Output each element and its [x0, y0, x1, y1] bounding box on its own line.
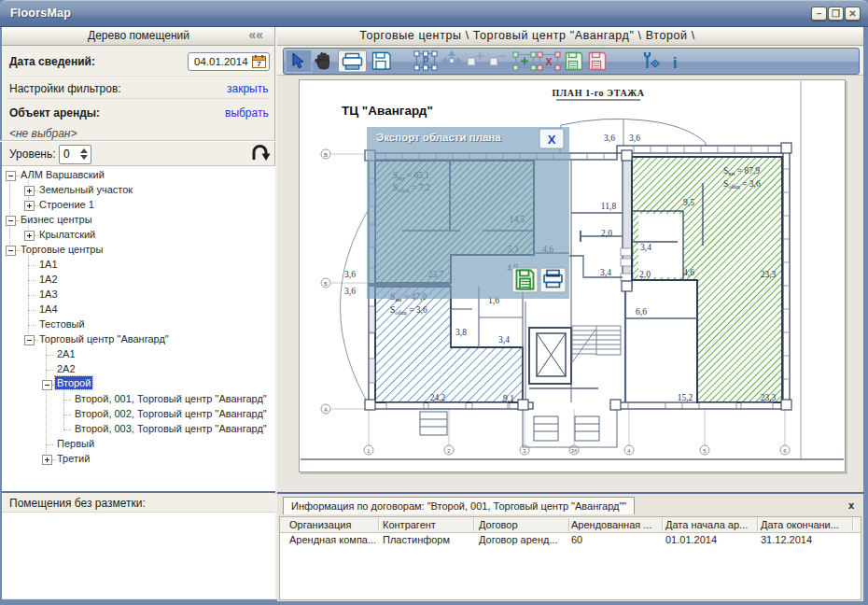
svg-text:3,8: 3,8 — [455, 328, 467, 337]
svg-text:В: В — [324, 152, 328, 158]
svg-text:Б: Б — [324, 281, 328, 287]
svg-text:7: 7 — [257, 60, 261, 68]
svg-text:9,1: 9,1 — [503, 394, 514, 403]
svg-text:А: А — [324, 407, 328, 413]
svg-text:6,6: 6,6 — [636, 307, 647, 317]
svg-text:3,4: 3,4 — [600, 268, 611, 277]
svg-text:2,0: 2,0 — [639, 270, 651, 279]
svg-text:ПЛАН 1-го ЭТАЖА: ПЛАН 1-го ЭТАЖА — [552, 88, 644, 98]
svg-text:15,2: 15,2 — [678, 393, 693, 402]
svg-text:3,6: 3,6 — [344, 270, 356, 279]
svg-text:23,3: 23,3 — [761, 270, 777, 279]
svg-text:3б: 3б — [571, 448, 578, 454]
svg-text:4,6: 4,6 — [683, 268, 694, 277]
svg-text:3,6: 3,6 — [629, 134, 640, 143]
svg-text:24,2: 24,2 — [430, 393, 446, 402]
svg-text:Экспорт области плана: Экспорт области плана — [376, 132, 501, 143]
svg-text:i: i — [673, 54, 678, 72]
svg-text:3,4: 3,4 — [498, 335, 510, 345]
svg-text:3,4: 3,4 — [640, 243, 651, 252]
svg-text:2,0: 2,0 — [601, 229, 612, 238]
svg-text:X: X — [545, 56, 553, 67]
svg-text:3,6: 3,6 — [344, 287, 356, 296]
svg-text:9,5: 9,5 — [683, 198, 694, 207]
svg-text:ТЦ "Авангард": ТЦ "Авангард" — [342, 104, 433, 118]
svg-text:P: P — [423, 56, 429, 66]
svg-text:3,6: 3,6 — [604, 134, 615, 143]
svg-text:X: X — [548, 133, 556, 147]
svg-text:11,8: 11,8 — [601, 202, 617, 211]
svg-text:23,3: 23,3 — [761, 393, 777, 402]
